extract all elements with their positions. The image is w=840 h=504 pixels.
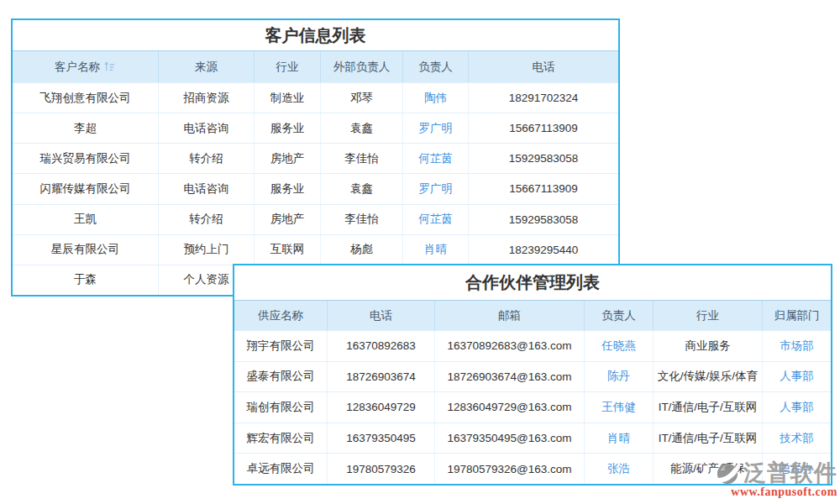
column-header-email: 邮箱 bbox=[435, 301, 585, 330]
table-row: 李超 电话咨询 服务业 袁鑫 罗广明 15667113909 bbox=[13, 113, 618, 143]
source-cell: 招商资源 bbox=[159, 83, 255, 113]
column-header-customer-name[interactable]: 客户名称 bbox=[13, 51, 159, 82]
customer-name-cell: 李超 bbox=[13, 113, 159, 143]
table-row: 瑞兴贸易有限公司 转介绍 房地产 李佳怡 何芷茵 15929583058 bbox=[13, 143, 618, 173]
external-owner-cell: 李佳怡 bbox=[321, 144, 403, 173]
supplier-name-cell: 瑞创有限公司 bbox=[234, 392, 328, 423]
customer-name-cell: 瑞兴贸易有限公司 bbox=[13, 144, 159, 173]
owner-link[interactable]: 何芷茵 bbox=[403, 205, 469, 234]
industry-cell: 服务业 bbox=[255, 174, 321, 203]
table-row: 王凯 转介绍 房地产 李佳怡 何芷茵 15929583058 bbox=[13, 204, 618, 234]
column-header-phone: 电话 bbox=[328, 301, 435, 330]
customer-info-table: 客户信息列表 客户名称 来源 行业 外部负责人 负责人 电话 飞翔创意有限公司 … bbox=[11, 18, 620, 297]
phone-cell: 16370892683 bbox=[328, 331, 435, 361]
department-link[interactable]: 技术部 bbox=[763, 423, 831, 454]
supplier-name-cell: 辉宏有限公司 bbox=[234, 423, 328, 454]
industry-cell: IT/通信/电子/互联网 bbox=[654, 423, 763, 454]
source-cell: 电话咨询 bbox=[159, 174, 255, 203]
table-row: 星辰有限公司 预约上门 互联网 杨彪 肖晴 18239295440 bbox=[13, 234, 618, 265]
table-row: 翔宇有限公司 16370892683 16370892683@163.com 任… bbox=[234, 330, 831, 361]
phone-cell: 18291702324 bbox=[469, 83, 618, 113]
customer-name-cell: 于森 bbox=[13, 265, 159, 295]
owner-link[interactable]: 任晓燕 bbox=[585, 331, 654, 361]
column-header-supplier-name: 供应名称 bbox=[234, 301, 328, 330]
owner-link[interactable]: 罗广明 bbox=[403, 174, 469, 203]
column-header-industry: 行业 bbox=[654, 301, 763, 330]
department-link[interactable]: 人事部 bbox=[763, 392, 831, 423]
phone-cell: 19780579326 bbox=[328, 454, 435, 484]
partner-management-table: 合作伙伴管理列表 供应名称 电话 邮箱 负责人 行业 归属部门 翔宇有限公司 1… bbox=[233, 264, 832, 486]
table-row: 瑞创有限公司 12836049729 12836049729@163.com 王… bbox=[234, 391, 831, 423]
supplier-name-cell: 盛泰有限公司 bbox=[234, 362, 328, 392]
industry-cell: 互联网 bbox=[255, 235, 321, 265]
industry-cell: 房地产 bbox=[255, 144, 321, 173]
department-link[interactable]: 市场部 bbox=[763, 331, 831, 361]
supplier-name-cell: 翔宇有限公司 bbox=[234, 331, 328, 361]
partner-table-title: 合作伙伴管理列表 bbox=[234, 265, 831, 300]
owner-link[interactable]: 张浩 bbox=[585, 454, 654, 484]
phone-cell: 15667113909 bbox=[469, 113, 618, 143]
phone-cell: 15929583058 bbox=[469, 205, 618, 234]
fanpu-logo-icon bbox=[714, 461, 741, 485]
supplier-name-cell: 卓远有限公司 bbox=[234, 454, 328, 484]
table-row: 辉宏有限公司 16379350495 16379350495@163.com 肖… bbox=[234, 423, 831, 454]
table-row: 飞翔创意有限公司 招商资源 制造业 邓琴 陶伟 18291702324 bbox=[13, 82, 618, 113]
industry-cell: IT/通信/电子/互联网 bbox=[654, 392, 763, 423]
email-cell: 16379350495@163.com bbox=[435, 423, 585, 454]
source-cell: 转介绍 bbox=[159, 144, 255, 173]
industry-cell: 商业服务 bbox=[654, 331, 763, 361]
industry-cell: 文化/传媒/娱乐/体育 bbox=[654, 362, 763, 392]
email-cell: 12836049729@163.com bbox=[435, 392, 585, 423]
email-cell: 16370892683@163.com bbox=[435, 331, 585, 361]
source-cell: 预约上门 bbox=[159, 235, 255, 265]
source-cell: 电话咨询 bbox=[159, 113, 255, 143]
industry-cell: 服务业 bbox=[255, 113, 321, 143]
external-owner-cell: 袁鑫 bbox=[321, 113, 403, 143]
external-owner-cell: 袁鑫 bbox=[321, 174, 403, 203]
email-cell: 19780579326@163.com bbox=[435, 454, 585, 484]
column-header-industry: 行业 bbox=[255, 51, 321, 82]
external-owner-cell: 邓琴 bbox=[321, 83, 403, 113]
external-owner-cell: 李佳怡 bbox=[321, 205, 403, 234]
partner-table-header: 供应名称 电话 邮箱 负责人 行业 归属部门 bbox=[234, 300, 831, 330]
customer-name-cell: 星辰有限公司 bbox=[13, 235, 159, 265]
owner-link[interactable]: 何芷茵 bbox=[403, 144, 469, 173]
customer-table-title: 客户信息列表 bbox=[13, 20, 618, 50]
column-header-owner: 负责人 bbox=[585, 301, 654, 330]
table-row: 盛泰有限公司 18726903674 18726903674@163.com 陈… bbox=[234, 361, 831, 392]
customer-table-header: 客户名称 来源 行业 外部负责人 负责人 电话 bbox=[13, 50, 618, 82]
watermark-brand-text: 泛普软件 bbox=[743, 458, 837, 488]
owner-link[interactable]: 肖晴 bbox=[403, 235, 469, 265]
customer-name-cell: 王凯 bbox=[13, 205, 159, 234]
owner-link[interactable]: 肖晴 bbox=[585, 423, 654, 454]
column-header-phone: 电话 bbox=[469, 51, 618, 82]
column-header-source: 来源 bbox=[159, 51, 255, 82]
phone-cell: 12836049729 bbox=[328, 392, 435, 423]
industry-cell: 制造业 bbox=[255, 83, 321, 113]
fanpu-watermark: 泛普软件 www.fanpusoft.com bbox=[714, 458, 837, 499]
phone-cell: 16379350495 bbox=[328, 423, 435, 454]
column-header-external-owner: 外部负责人 bbox=[321, 51, 403, 82]
table-row: 闪耀传媒有限公司 电话咨询 服务业 袁鑫 罗广明 15667113909 bbox=[13, 173, 618, 203]
industry-cell: 房地产 bbox=[255, 205, 321, 234]
email-cell: 18726903674@163.com bbox=[435, 362, 585, 392]
phone-cell: 15929583058 bbox=[469, 144, 618, 173]
owner-link[interactable]: 陶伟 bbox=[403, 83, 469, 113]
owner-link[interactable]: 罗广明 bbox=[403, 113, 469, 143]
owner-link[interactable]: 王伟健 bbox=[585, 392, 654, 423]
phone-cell: 15667113909 bbox=[469, 174, 618, 203]
column-header-department: 归属部门 bbox=[763, 301, 831, 330]
customer-name-cell: 闪耀传媒有限公司 bbox=[13, 174, 159, 203]
column-header-owner: 负责人 bbox=[403, 51, 469, 82]
source-cell: 转介绍 bbox=[159, 205, 255, 234]
department-link[interactable]: 人事部 bbox=[763, 362, 831, 392]
watermark-url-text: www.fanpusoft.com bbox=[714, 486, 837, 499]
phone-cell: 18239295440 bbox=[469, 235, 618, 265]
column-header-label: 客户名称 bbox=[55, 60, 100, 75]
external-owner-cell: 杨彪 bbox=[321, 235, 403, 265]
sort-ascending-icon[interactable] bbox=[103, 60, 116, 73]
customer-name-cell: 飞翔创意有限公司 bbox=[13, 83, 159, 113]
phone-cell: 18726903674 bbox=[328, 362, 435, 392]
owner-link[interactable]: 陈丹 bbox=[585, 362, 654, 392]
